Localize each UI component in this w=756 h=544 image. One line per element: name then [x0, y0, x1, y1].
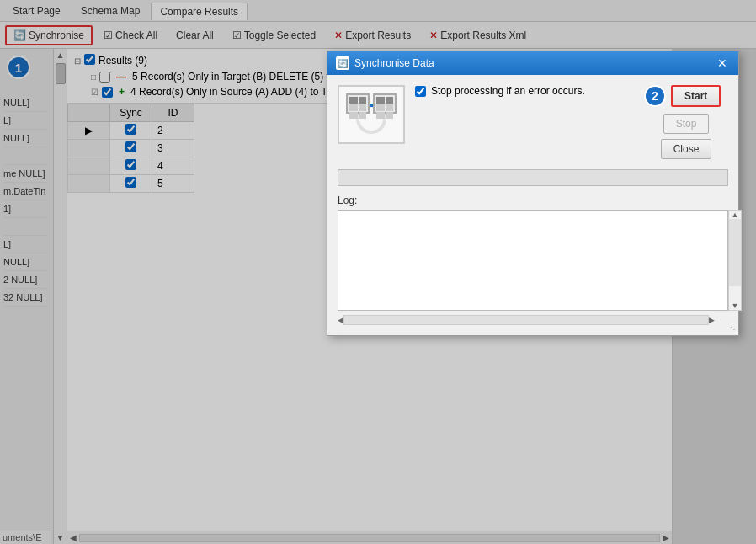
log-scroll-down[interactable]: ▼ — [729, 301, 741, 310]
stop-processing-checkbox[interactable] — [415, 86, 426, 97]
log-vscroll[interactable]: ▲ ▼ — [728, 210, 742, 311]
start-button[interactable]: Start — [671, 85, 721, 107]
close-button[interactable]: Close — [661, 139, 712, 159]
stop-processing-label: Stop processing if an error occurs. — [431, 85, 585, 97]
log-scroll-track — [729, 219, 741, 286]
stop-button[interactable]: Stop — [663, 114, 710, 134]
synchronise-modal: 🔄 Synchronise Data ✕ — [327, 51, 739, 336]
modal-title-left: 🔄 Synchronise Data — [336, 56, 434, 70]
modal-options-section: Stop processing if an error occurs. — [415, 85, 634, 159]
log-label: Log: — [338, 195, 728, 206]
resize-grip[interactable]: ⋱ — [728, 325, 738, 335]
log-section: Log: ▲ ▼ ◀ ▶ — [338, 195, 728, 325]
modal-overlay: 🔄 Synchronise Data ✕ — [0, 0, 756, 544]
table-icon-left — [346, 93, 370, 114]
stop-processing-row: Stop processing if an error occurs. — [415, 85, 585, 97]
modal-title-text: Synchronise Data — [354, 57, 434, 69]
modal-body: Stop processing if an error occurs. 2 St… — [327, 75, 738, 335]
log-textarea[interactable] — [338, 210, 728, 311]
app-window: Start Page Schema Map Compare Results 🔄 … — [0, 0, 756, 544]
log-hscroll[interactable]: ◀ ▶ — [338, 315, 715, 325]
badge-start-row: 2 Start — [644, 85, 721, 107]
modal-close-button[interactable]: ✕ — [715, 56, 730, 71]
log-hscroll-track[interactable] — [343, 315, 709, 325]
log-scroll-left[interactable]: ◀ — [338, 316, 343, 324]
log-scroll-up[interactable]: ▲ — [729, 211, 741, 219]
modal-buttons-section: 2 Start Stop Close — [644, 85, 728, 159]
table-icon-right — [373, 93, 397, 114]
modal-title-icon: 🔄 — [336, 56, 349, 70]
modal-icon-area — [338, 85, 405, 144]
badge-2: 2 — [644, 85, 666, 107]
modal-top-section: Stop processing if an error occurs. 2 St… — [338, 85, 728, 159]
progress-bar-container — [338, 169, 728, 186]
modal-titlebar: 🔄 Synchronise Data ✕ — [327, 51, 738, 75]
log-scroll-right[interactable]: ▶ — [709, 316, 715, 324]
log-wrapper: ▲ ▼ — [338, 210, 728, 313]
